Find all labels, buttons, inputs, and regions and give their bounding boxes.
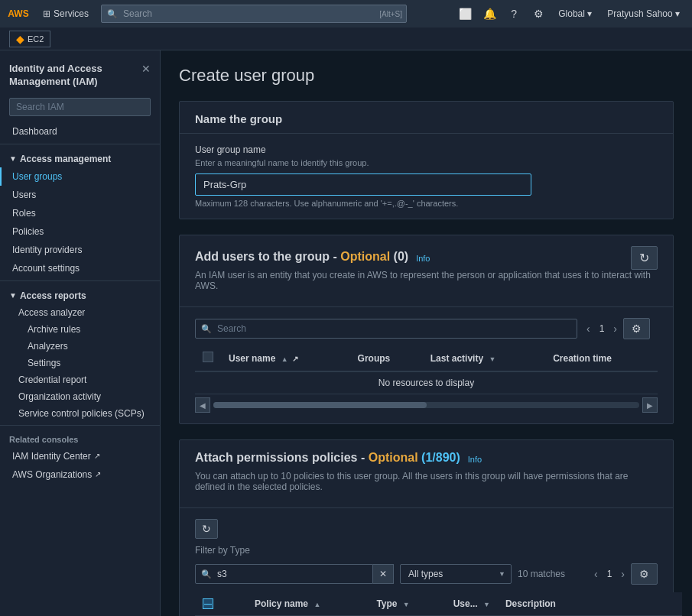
use-sort-icon: ▼: [483, 601, 490, 608]
clear-search-button[interactable]: ✕: [373, 564, 394, 584]
attach-policies-card: Attach permissions policies - Optional (…: [179, 439, 674, 616]
sidebar-item-organization-activity[interactable]: Organization activity: [0, 388, 160, 405]
policy-name-header[interactable]: Policy name ▲: [247, 592, 369, 616]
expand-header: [221, 592, 247, 616]
sidebar-search-container[interactable]: [0, 95, 160, 122]
creation-time-header[interactable]: Creation time: [545, 345, 658, 371]
policy-search-input[interactable]: [195, 564, 373, 584]
users-table-toolbar: 🔍 ‹ 1 › ⚙: [195, 318, 658, 339]
search-icon-users: 🔍: [201, 324, 212, 334]
sidebar-item-account-settings[interactable]: Account settings: [0, 259, 160, 277]
scroll-left-button[interactable]: ◀: [195, 397, 210, 413]
attach-policies-title: Attach permissions policies - Optional (…: [195, 451, 460, 465]
no-resources-text: No resources to display: [195, 371, 658, 394]
groups-header[interactable]: Groups: [350, 345, 423, 371]
add-users-card-header: Add users to the group - Optional (0) In…: [180, 235, 673, 307]
ec2-icon: ◆: [16, 33, 24, 45]
chevron-down-icon: ▼: [9, 154, 17, 163]
policy-search-container[interactable]: 🔍 ✕: [195, 564, 394, 584]
sidebar-item-access-analyzer[interactable]: Access analyzer: [0, 304, 160, 321]
description-header: Description: [498, 592, 682, 616]
related-consoles-header: Related consoles: [0, 429, 160, 447]
username-header[interactable]: User name ▲ ↗: [221, 345, 350, 371]
name-group-card-body: User group name Enter a meaningful name …: [180, 134, 673, 219]
sidebar-item-dashboard[interactable]: Dashboard: [0, 122, 160, 141]
sidebar-item-archive-rules[interactable]: Archive rules: [0, 321, 160, 338]
table-settings-button[interactable]: ⚙: [623, 318, 650, 339]
services-button[interactable]: ⊞ Services: [37, 5, 95, 22]
name-group-card: Name the group User group name Enter a m…: [179, 101, 674, 219]
policy-sort-icon: ▲: [314, 601, 320, 608]
bell-icon[interactable]: 🔔: [479, 3, 500, 24]
help-icon[interactable]: ?: [503, 3, 525, 24]
select-all-policies-header[interactable]: —: [195, 592, 221, 616]
next-policy-page-button[interactable]: ›: [618, 566, 628, 582]
sidebar-item-iam-identity-center[interactable]: IAM Identity Center ↗: [0, 447, 160, 465]
add-users-title: Add users to the group - Optional (0): [195, 250, 408, 264]
add-users-info[interactable]: Info: [416, 254, 430, 263]
users-horizontal-scroll[interactable]: ◀ ▶: [195, 397, 658, 413]
sidebar-item-users[interactable]: Users: [0, 186, 160, 204]
top-navigation: AWS ⊞ Services 🔍 [Alt+S] ⬜ 🔔 ? ⚙ Global …: [0, 0, 692, 28]
type-filter-wrapper[interactable]: All types AWS managed Customer managed J…: [400, 564, 512, 584]
global-region-button[interactable]: Global ▾: [552, 5, 598, 22]
sidebar-divider-3: [0, 425, 160, 426]
second-navigation: ◆ EC2: [0, 28, 692, 50]
page-title: Create user group: [179, 66, 674, 86]
use-header[interactable]: Use... ▼: [446, 592, 498, 616]
ec2-nav-item[interactable]: ◆ EC2: [9, 31, 50, 47]
type-sort-icon: ▼: [403, 601, 410, 608]
external-link-icon: ↗: [94, 452, 100, 460]
search-input[interactable]: [101, 5, 407, 23]
select-all-header[interactable]: [195, 345, 221, 371]
sidebar-item-credential-report[interactable]: Credential report: [0, 371, 160, 388]
sidebar-section-access-reports[interactable]: ▼ Access reports: [0, 284, 160, 304]
prev-policy-page-button[interactable]: ‹: [591, 566, 601, 582]
refresh-users-button[interactable]: ↻: [631, 246, 658, 270]
scroll-right-button[interactable]: ▶: [642, 397, 658, 413]
sidebar-search-input[interactable]: [9, 98, 151, 116]
sidebar-item-aws-organizations[interactable]: AWS Organizations ↗: [0, 465, 160, 484]
last-activity-header[interactable]: Last activity ▼: [423, 345, 545, 371]
sidebar-title: Identity and Access Management (IAM): [9, 63, 141, 89]
main-content: Create user group Name the group User gr…: [161, 50, 692, 616]
prev-page-button[interactable]: ‹: [583, 321, 593, 336]
refresh-policies-button[interactable]: ↻: [195, 519, 218, 539]
users-pagination: ‹ 1 › ⚙: [583, 318, 650, 339]
global-search[interactable]: 🔍 [Alt+S]: [101, 5, 407, 23]
external-link-icon-header: ↗: [292, 355, 298, 363]
chevron-down-icon-2: ▼: [9, 291, 17, 300]
attach-policies-card-body: ↻ Filter by Type 🔍 ✕ All types AWS manag…: [180, 508, 673, 616]
type-filter-select[interactable]: All types AWS managed Customer managed J…: [400, 564, 512, 584]
settings-icon[interactable]: ⚙: [528, 3, 549, 24]
sidebar-item-identity-providers[interactable]: Identity providers: [0, 241, 160, 259]
user-menu-button[interactable]: Pratyush Sahoo ▾: [601, 5, 686, 22]
add-users-description: An IAM user is an entity that you create…: [195, 270, 658, 291]
attach-policies-info[interactable]: Info: [468, 455, 482, 464]
sidebar-item-policies[interactable]: Policies: [0, 222, 160, 241]
group-name-constraint: Maximum 128 characters. Use alphanumeric…: [195, 199, 658, 208]
sidebar-item-user-groups[interactable]: User groups: [0, 167, 160, 186]
policies-pagination: ‹ 1 › ⚙: [591, 563, 658, 585]
cloud-shell-icon[interactable]: ⬜: [454, 3, 476, 24]
sidebar-section-access-management[interactable]: ▼ Access management: [0, 148, 160, 167]
search-icon-policies: 🔍: [201, 569, 212, 579]
nav-icons: ⬜ 🔔 ? ⚙ Global ▾ Pratyush Sahoo ▾: [454, 3, 686, 24]
sidebar-item-analyzers[interactable]: Analyzers: [0, 338, 160, 355]
select-all-checkbox[interactable]: [203, 352, 213, 362]
sidebar-item-roles[interactable]: Roles: [0, 204, 160, 222]
select-all-policies-checkbox[interactable]: —: [203, 598, 213, 609]
aws-logo[interactable]: AWS: [6, 5, 31, 23]
users-search-container[interactable]: 🔍: [195, 319, 577, 339]
attach-policies-header: Attach permissions policies - Optional (…: [180, 440, 673, 508]
sidebar-item-scps[interactable]: Service control policies (SCPs): [0, 405, 160, 422]
next-page-button[interactable]: ›: [610, 321, 620, 336]
group-name-input[interactable]: [195, 173, 531, 196]
users-search-input[interactable]: [195, 319, 577, 339]
current-page: 1: [596, 322, 608, 336]
policy-table-settings-button[interactable]: ⚙: [631, 563, 658, 585]
close-icon[interactable]: ✕: [141, 63, 151, 75]
filter-toolbar: Filter by Type: [195, 545, 658, 556]
sidebar-item-analyzer-settings[interactable]: Settings: [0, 355, 160, 371]
type-header[interactable]: Type ▼: [369, 592, 445, 616]
